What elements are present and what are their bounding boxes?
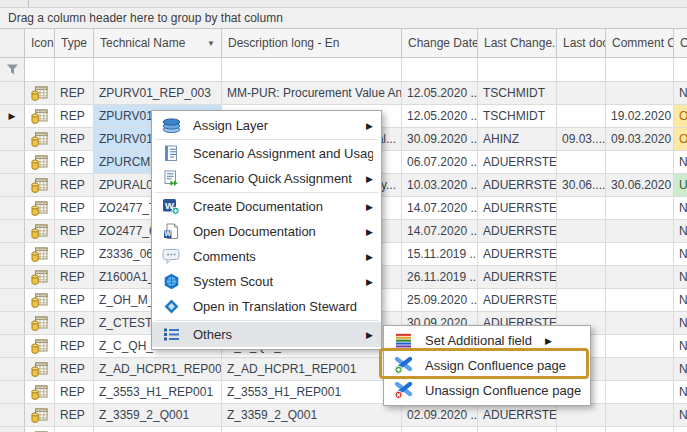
menu-item-assign-layer[interactable]: Assign Layer▶ (152, 113, 381, 138)
cell-c: O (674, 128, 687, 150)
submenu-arrow-icon: ▶ (358, 277, 373, 287)
cell-comment (606, 289, 674, 311)
menu-item-open-documentation[interactable]: WOpen Documentation▶ (152, 219, 381, 244)
word-create-icon-wrapper: W (160, 198, 182, 215)
filter-cell-last_doc[interactable] (557, 58, 606, 81)
row-type-icon-cell (25, 358, 55, 380)
confluence-unassign-icon (394, 382, 413, 399)
cell-change_date: 30.09.2020 ... (402, 128, 478, 150)
comments-icon-wrapper (160, 248, 182, 265)
menu-item-label: Create Documentation (193, 199, 323, 214)
cell-c: N (674, 220, 687, 242)
menu-item-label: Others (193, 327, 232, 342)
column-header-label: Technical Name (100, 36, 185, 50)
filter-cell-tech[interactable] (94, 58, 222, 81)
cell-last_change: TSCHMIDT (478, 82, 557, 104)
column-header-icon[interactable]: Icon (25, 29, 55, 57)
cell-change_date: 06.07.2020 ... (402, 151, 478, 173)
report-icon (31, 270, 48, 285)
menu-item-comments[interactable]: Comments▶ (152, 244, 381, 269)
table-row[interactable]: REPZ_3359_2_Q001Z_3359_2_Q00102.09.2020 … (0, 404, 687, 427)
row-indicator (0, 312, 25, 334)
column-header-comment[interactable]: Comment Co... (606, 29, 674, 57)
menu-item-assign-confluence-page[interactable]: Assign Confluence page (384, 353, 590, 378)
menu-item-open-in-translation-steward[interactable]: Open in Translation Steward (152, 294, 381, 319)
table-row[interactable] (0, 427, 687, 432)
column-header-indicator (0, 29, 25, 57)
report-icon (31, 339, 48, 354)
scenario-quick-icon-wrapper (160, 170, 182, 187)
column-header-change_date[interactable]: Change Date (402, 29, 478, 57)
filter-cell-type[interactable] (55, 58, 94, 81)
column-header-last_doc[interactable]: Last doc. (557, 29, 606, 57)
cell-change_date: 26.11.2019 ... (402, 266, 478, 288)
group-by-panel[interactable]: Drag a column header here to group by th… (0, 8, 687, 29)
cell-type: REP (55, 220, 94, 242)
cell-desc (222, 427, 402, 432)
row-type-icon-cell (25, 174, 55, 196)
filter-row-button[interactable] (0, 58, 25, 81)
toolbar-strip (0, 0, 687, 8)
cell-tech: Z_3359_2_Q001 (94, 404, 222, 426)
cell-last_doc (557, 266, 606, 288)
column-header-label: Description long - En (228, 36, 339, 50)
sort-descending-icon: ▼ (203, 39, 215, 48)
table-row[interactable]: REPZPURV01_REP_003MM-PUR: Procurement Va… (0, 82, 687, 105)
word-open-icon-wrapper: W (160, 223, 182, 240)
filter-cell-desc[interactable] (222, 58, 402, 81)
menu-item-unassign-confluence-page[interactable]: Unassign Confluence page (384, 378, 590, 403)
scenario-doc-icon-wrapper (160, 145, 182, 162)
report-icon (31, 385, 48, 400)
cell-last_change: ADUERRSTE... (478, 266, 557, 288)
funnel-icon (6, 63, 19, 76)
cell-type: REP (55, 358, 94, 380)
cell-comment (606, 197, 674, 219)
column-header-c[interactable]: C... (674, 29, 687, 57)
filter-cell-c[interactable] (674, 58, 687, 81)
menu-item-others[interactable]: Others▶ (152, 322, 381, 347)
cell-change_date: 14.07.2020 ... (402, 220, 478, 242)
cell-last_doc: 09.03.... (557, 128, 606, 150)
row-indicator (0, 197, 25, 219)
translation-steward-icon-wrapper (160, 298, 182, 315)
additional-field-icon (395, 333, 412, 348)
menu-item-system-scout[interactable]: System Scout▶ (152, 269, 381, 294)
application-window: Drag a column header here to group by th… (0, 0, 687, 432)
toolbar-divider (28, 0, 29, 7)
column-header-desc[interactable]: Description long - En (222, 29, 402, 57)
scenario-doc-icon (163, 145, 179, 162)
cell-type: REP (55, 105, 94, 127)
cell-comment (606, 427, 674, 432)
cell-c: N (674, 197, 687, 219)
cell-comment (606, 220, 674, 242)
system-scout-icon-wrapper (160, 273, 182, 290)
cell-last_change: ADUERRSTE... (478, 404, 557, 426)
cell-comment (606, 266, 674, 288)
cell-last_doc (557, 220, 606, 242)
cell-comment: 19.02.2020 ... (606, 105, 674, 127)
cell-last_change: ADUERRSTE... (478, 243, 557, 265)
menu-item-create-documentation[interactable]: WCreate Documentation▶ (152, 194, 381, 219)
filter-cell-comment[interactable] (606, 58, 674, 81)
word-create-icon: W (162, 198, 180, 215)
column-header-type[interactable]: Type (55, 29, 94, 57)
context-menu: Assign Layer▶Scenario Assignment and Usa… (151, 110, 382, 350)
cell-c: N (674, 358, 687, 380)
column-header-last_change[interactable]: Last Change... (478, 29, 557, 57)
cell-last_doc (557, 289, 606, 311)
cell-change_date: 25.09.2020 ... (402, 289, 478, 311)
report-icon (31, 293, 48, 308)
cell-change_date: 14.07.2020 ... (402, 197, 478, 219)
menu-item-scenario-assignment-and-usage[interactable]: Scenario Assignment and Usage (152, 141, 381, 166)
menu-item-set-additional-field[interactable]: Set Additional field▶ (384, 328, 590, 353)
cell-c: U (674, 174, 687, 196)
column-header-tech[interactable]: Technical Name▼ (94, 29, 222, 57)
row-type-icon-cell (25, 128, 55, 150)
filter-cell-change_date[interactable] (402, 58, 478, 81)
comments-icon (162, 248, 181, 265)
cell-type: REP (55, 404, 94, 426)
menu-item-scenario-quick-assignment[interactable]: Scenario Quick Assignment▶ (152, 166, 381, 191)
filter-cell-last_change[interactable] (478, 58, 557, 81)
row-indicator (0, 381, 25, 403)
filter-cell-icon[interactable] (25, 58, 55, 81)
